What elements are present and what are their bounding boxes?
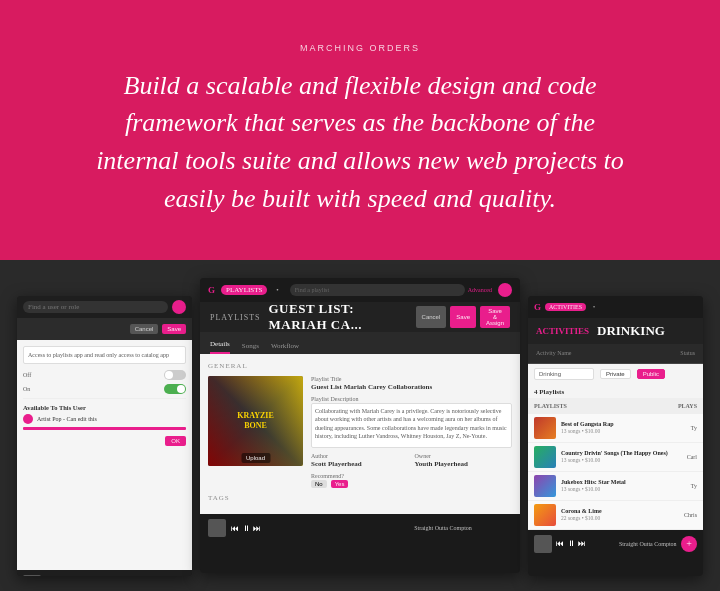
toggle-switch-1[interactable]	[164, 370, 186, 380]
ok-button[interactable]: OK	[165, 436, 186, 446]
right-play-button[interactable]: ⏸	[567, 539, 575, 548]
filter-public-button[interactable]: Public	[637, 369, 665, 379]
tab-workflow[interactable]: Workflow	[271, 342, 299, 354]
screenshots-section: Find a user or role Cancel Save Access t…	[0, 260, 720, 591]
left-card-body: Access to playlists app and read only ac…	[17, 340, 192, 570]
filter-input[interactable]	[534, 368, 594, 380]
right-topbar: G ACTIVITIES •	[528, 296, 703, 318]
add-button[interactable]: +	[681, 536, 697, 552]
playlist-item-3[interactable]: Jukebox Hits: Star Metal 13 songs • $10.…	[528, 472, 703, 501]
center-save-button[interactable]: Save	[450, 306, 476, 328]
center-screen-card: G PLAYLISTS • Find a playlist Advanced P…	[200, 278, 520, 573]
playlist-title-value: Guest List Mariah Carey Collaborations	[311, 383, 512, 391]
center-cancel-button[interactable]: Cancel	[416, 306, 447, 328]
center-tab-pills: PLAYLISTS •	[221, 285, 284, 295]
playlist-item-4[interactable]: Corona & Lime 22 songs • $10.00 Chris	[528, 501, 703, 530]
playlist-title-field: Playlist Title Guest List Mariah Carey C…	[311, 376, 512, 391]
hero-section: MARCHING ORDERS Build a scalable and fle…	[0, 0, 720, 260]
filter-private-button[interactable]: Private	[600, 369, 631, 379]
tab-details[interactable]: Details	[210, 340, 230, 354]
pl-meta-2: 13 songs • $10.00	[561, 457, 682, 463]
left-info-box: Access to playlists app and read only ac…	[23, 346, 186, 364]
col-playlists-header: PLAYLISTS	[534, 403, 567, 409]
center-search-field[interactable]: Find a playlist	[290, 284, 465, 296]
left-save-button[interactable]: Save	[162, 324, 186, 334]
center-footer-track: Straight Outta Compton	[374, 525, 512, 531]
right-header: ACTIVITIES DRINKING	[528, 318, 703, 344]
center-play-button[interactable]: ⏸	[242, 524, 250, 533]
user-avatar-1	[23, 414, 33, 424]
recommend-label: Recommend?	[311, 473, 512, 479]
hero-subtitle: MARCHING ORDERS	[300, 43, 420, 53]
right-filter-row: Private Public	[528, 364, 703, 384]
center-search-placeholder: Find a playlist	[295, 287, 329, 293]
right-playlist-header: PLAYLISTS PLAYS	[528, 398, 703, 414]
right-tab-activities[interactable]: ACTIVITIES	[545, 303, 586, 311]
pl-thumb-4	[534, 504, 556, 526]
left-topbar: Find a user or role	[17, 296, 192, 318]
album-text: KRAYZIEBONE	[237, 411, 274, 430]
center-content: KRAYZIEBONE Upload Playlist Title Guest …	[208, 376, 512, 488]
center-guest-title: GUEST LIST: MARIAH CA...	[269, 301, 408, 333]
footer-album-art	[23, 575, 41, 576]
center-body: GENERAL KRAYZIEBONE Upload Playlist Titl…	[200, 354, 520, 514]
toggle-switch-2[interactable]	[164, 384, 186, 394]
tags-section: TAGS	[208, 494, 512, 502]
toggle-label-1: Off	[23, 372, 31, 378]
pl-name-2: Country Drivin' Songs (The Happy Ones)	[561, 450, 682, 458]
upload-button[interactable]: Upload	[241, 453, 270, 463]
pl-meta-3: 13 songs • $10.00	[561, 486, 686, 492]
right-g-logo: G	[534, 302, 541, 312]
playlist-item-2[interactable]: Country Drivin' Songs (The Happy Ones) 1…	[528, 443, 703, 472]
tags-label: TAGS	[208, 494, 512, 502]
recommend-no-button[interactable]: No	[311, 480, 327, 488]
right-prev-button[interactable]: ⏮	[556, 539, 564, 548]
right-tab-dot[interactable]: •	[589, 303, 599, 311]
album-col: KRAYZIEBONE Upload	[208, 376, 303, 488]
toggle-label-2: On	[23, 386, 30, 392]
center-tab-playlists[interactable]: PLAYLISTS	[221, 285, 267, 295]
center-prev-button[interactable]: ⏮	[231, 524, 239, 533]
drinking-word: DRINKING	[597, 323, 665, 339]
toggle-knob-2	[177, 385, 185, 393]
col-activity-header: Activity Name	[536, 350, 572, 356]
form-fields: Playlist Title Guest List Mariah Carey C…	[311, 376, 512, 488]
pink-bar	[23, 427, 186, 430]
author-owner-row: Author Scott Playerhead Owner Youth Play…	[311, 453, 512, 468]
center-topbar: G PLAYLISTS • Find a playlist Advanced	[200, 278, 520, 302]
divider-1	[23, 398, 186, 399]
right-next-button[interactable]: ⏭	[578, 539, 586, 548]
center-next-button[interactable]: ⏭	[253, 524, 261, 533]
center-assign-button[interactable]: Save & Assign	[480, 306, 510, 328]
owner-value: Youth Playerhead	[415, 460, 513, 468]
recommend-yes-button[interactable]: Yes	[331, 480, 349, 488]
right-footer-controls: ⏮ ⏸ ⏭	[556, 539, 615, 548]
recommend-field: Recommend? No Yes	[311, 473, 512, 488]
col-status-header: Status	[680, 350, 695, 356]
author-field: Author Scott Playerhead	[311, 453, 409, 468]
pl-name-4: Corona & Lime	[561, 508, 679, 516]
center-footer: ⏮ ⏸ ⏭ Straight Outta Compton	[200, 514, 520, 542]
pl-thumb-1	[534, 417, 556, 439]
owner-field: Owner Youth Playerhead	[415, 453, 513, 468]
general-label: GENERAL	[208, 362, 512, 370]
playlist-item-1[interactable]: Best of Gangsta Rap 13 songs • $10.00 Ty	[528, 414, 703, 443]
right-tab-pills: ACTIVITIES •	[545, 303, 599, 311]
center-tab-dot[interactable]: •	[271, 285, 283, 295]
pl-info-3: Jukebox Hits: Star Metal 13 songs • $10.…	[561, 479, 686, 493]
pl-info-2: Country Drivin' Songs (The Happy Ones) 1…	[561, 450, 682, 464]
advanced-link[interactable]: Advanced	[468, 287, 492, 293]
left-cancel-button[interactable]: Cancel	[130, 324, 159, 334]
description-value[interactable]: Collaborating with Mariah Carey is a pri…	[311, 403, 512, 448]
description-label: Playlist Description	[311, 396, 512, 402]
search-placeholder-left: Find a user or role	[28, 303, 79, 311]
center-footer-controls: ⏮ ⏸ ⏭	[231, 524, 369, 533]
right-screen-card: G ACTIVITIES • ACTIVITIES DRINKING Activ…	[528, 296, 703, 576]
owner-label: Owner	[415, 453, 513, 459]
toggle-row-2: On	[23, 384, 186, 394]
right-footer-album-art	[534, 535, 552, 553]
center-g-logo: G	[208, 285, 215, 295]
right-footer-track: Straight Outta Compton	[619, 541, 678, 547]
tab-songs[interactable]: Songs	[242, 342, 259, 354]
left-search-bar[interactable]: Find a user or role	[23, 301, 168, 313]
